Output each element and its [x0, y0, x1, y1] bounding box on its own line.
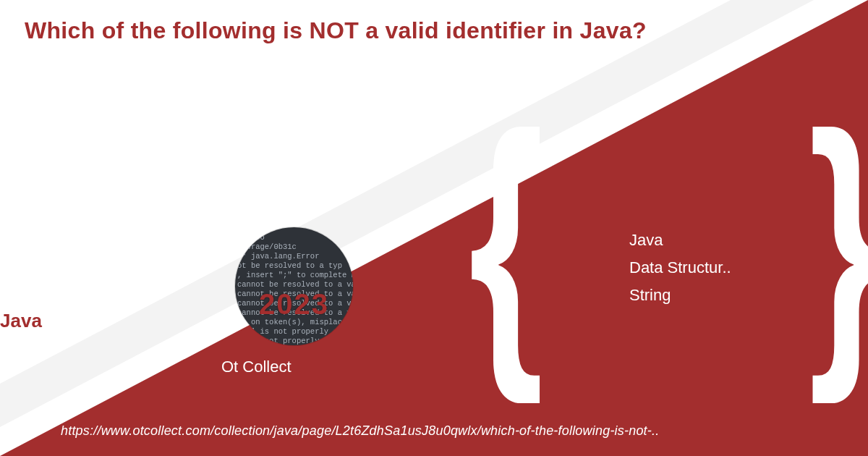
tag-item: String — [629, 282, 731, 309]
tags-list: Java Data Structur.. String — [629, 227, 731, 309]
brace-right-icon: } — [809, 90, 868, 387]
brace-left-icon: { — [469, 90, 544, 387]
avatar-year: 2023 — [235, 300, 353, 309]
author-avatar: stransportedt_so /workspaceStorage/0b31c… — [235, 227, 353, 345]
og-card: Which of the following is NOT a valid id… — [0, 0, 868, 456]
author-name: Ot Collect — [221, 358, 292, 376]
source-url: https://www.otcollect.com/collection/jav… — [61, 423, 659, 439]
tag-item: Data Structur.. — [629, 254, 731, 282]
tag-item: Java — [629, 227, 731, 254]
category-label: Java — [0, 310, 42, 332]
question-title: Which of the following is NOT a valid id… — [25, 17, 647, 44]
tags-block: { } Java Data Structur.. String — [492, 141, 861, 380]
